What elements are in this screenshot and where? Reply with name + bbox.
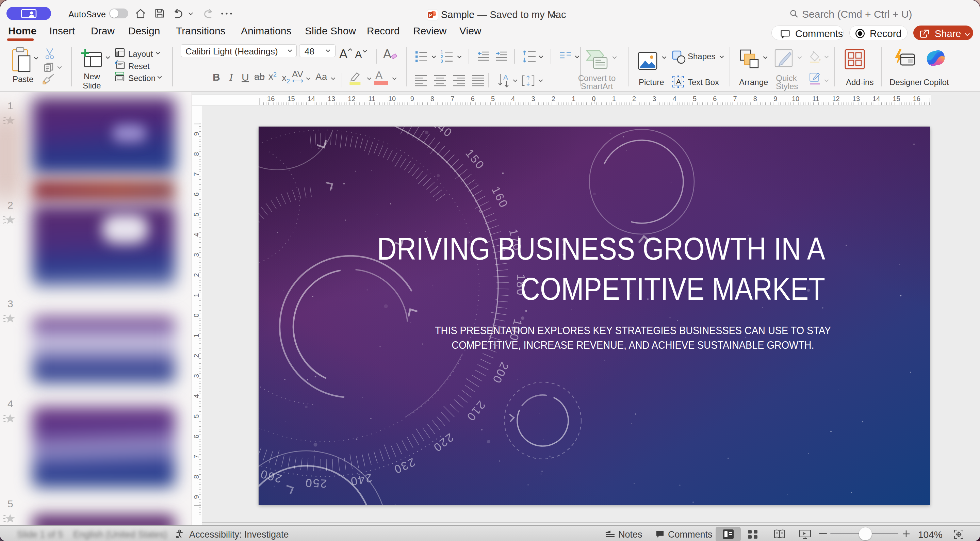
svg-text:15: 15 (892, 95, 900, 102)
svg-text:16: 16 (267, 95, 275, 102)
svg-text:5: 5 (693, 95, 697, 102)
svg-text:8: 8 (192, 152, 200, 156)
svg-text:9: 9 (773, 95, 777, 102)
svg-text:14: 14 (308, 95, 315, 102)
svg-text:250: 250 (304, 476, 327, 490)
svg-text:P: P (429, 13, 432, 18)
svg-text:8: 8 (753, 95, 757, 102)
svg-text:3: 3 (192, 253, 200, 257)
svg-text:4: 4 (511, 95, 515, 102)
svg-text:1: 1 (192, 293, 200, 297)
svg-text:9: 9 (192, 132, 200, 136)
svg-text:6: 6 (471, 95, 475, 102)
svg-text:A: A (676, 78, 681, 86)
svg-text:4: 4 (192, 232, 200, 237)
svg-text:6: 6 (713, 95, 717, 102)
svg-text:6: 6 (192, 192, 200, 196)
svg-text:1: 1 (612, 95, 616, 102)
svg-text:7: 7 (192, 455, 200, 459)
svg-text:16: 16 (913, 95, 920, 102)
svg-text:2: 2 (441, 54, 443, 59)
svg-text:7: 7 (450, 95, 454, 102)
svg-text:13: 13 (853, 95, 860, 102)
svg-text:7: 7 (733, 95, 737, 102)
svg-text:0: 0 (192, 313, 200, 317)
svg-text:13: 13 (328, 95, 335, 102)
svg-text:5: 5 (491, 95, 495, 102)
svg-text:3: 3 (531, 95, 535, 102)
svg-text:15: 15 (287, 95, 295, 102)
svg-text:10: 10 (792, 95, 799, 102)
svg-text:4: 4 (673, 95, 676, 102)
svg-text:2: 2 (632, 95, 636, 102)
svg-text:12: 12 (348, 95, 355, 102)
svg-text:3: 3 (652, 95, 656, 102)
svg-text:14: 14 (872, 95, 880, 102)
svg-text:4: 4 (192, 394, 200, 398)
svg-text:3: 3 (441, 59, 443, 63)
svg-text:11: 11 (812, 95, 819, 102)
svg-text:A: A (503, 73, 508, 81)
svg-text:8: 8 (430, 95, 434, 102)
svg-text:5: 5 (192, 414, 200, 418)
svg-text:1: 1 (192, 333, 200, 337)
svg-text:2: 2 (552, 95, 555, 102)
svg-text:10: 10 (388, 95, 396, 102)
svg-text:9: 9 (410, 95, 414, 102)
svg-text:2: 2 (192, 273, 200, 277)
svg-text:5: 5 (192, 212, 200, 216)
svg-text:11: 11 (368, 95, 375, 102)
svg-text:8: 8 (192, 475, 200, 479)
svg-text:7: 7 (192, 172, 200, 176)
svg-text:3: 3 (192, 374, 200, 378)
svg-text:9: 9 (192, 495, 200, 499)
svg-text:1: 1 (441, 50, 443, 54)
svg-text:12: 12 (832, 95, 840, 102)
svg-text:6: 6 (192, 434, 200, 438)
svg-text:2: 2 (192, 353, 200, 358)
svg-text:1: 1 (572, 95, 576, 102)
